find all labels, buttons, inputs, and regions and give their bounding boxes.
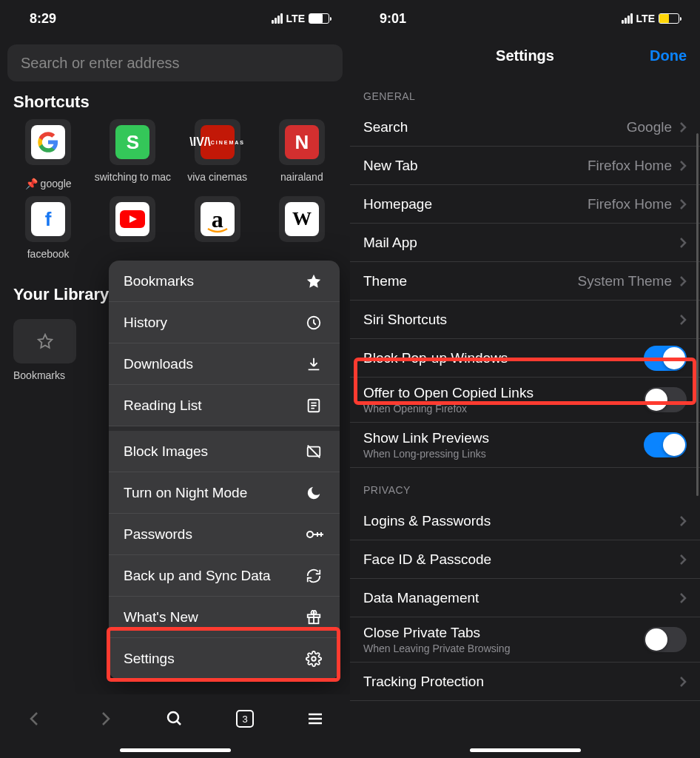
address-placeholder: Search or enter address — [21, 55, 180, 72]
battery-icon — [659, 13, 679, 24]
reading-icon — [306, 398, 325, 414]
setting-homepage[interactable]: Homepage Firefox Home — [350, 185, 700, 224]
toggle-block-popups[interactable] — [644, 346, 687, 371]
svg-point-7 — [312, 657, 316, 661]
setting-mail-app[interactable]: Mail App — [350, 224, 700, 262]
setting-siri[interactable]: Siri Shortcuts — [350, 301, 700, 339]
address-bar[interactable]: Search or enter address — [7, 44, 343, 81]
menu-reading-list[interactable]: Reading List — [109, 385, 340, 426]
library-bookmarks-tile[interactable] — [13, 319, 76, 363]
menu-button[interactable] — [299, 702, 332, 735]
chevron-right-icon — [679, 275, 687, 287]
shortcut-label: switching to mac — [95, 171, 171, 196]
tabs-button[interactable]: 3 — [229, 702, 261, 735]
menu-night-mode[interactable]: Turn on Night Mode — [109, 472, 340, 514]
chevron-right-icon — [679, 515, 687, 527]
svg-point-4 — [307, 531, 313, 537]
no-image-icon — [306, 443, 325, 460]
shortcuts-grid: 📌google S switching to mac \IV/\CINEMAS … — [0, 119, 350, 273]
search-button[interactable] — [158, 702, 191, 735]
gear-icon — [306, 651, 325, 667]
menu-history[interactable]: History — [109, 302, 340, 343]
network-label: LTE — [286, 13, 305, 24]
signal-icon — [272, 13, 283, 24]
shortcut-viva[interactable]: \IV/\CINEMAS viva cinemas — [178, 119, 257, 196]
signal-icon — [622, 13, 633, 24]
forward-button[interactable] — [89, 702, 121, 735]
moon-icon — [306, 485, 325, 501]
toggle-copied-links[interactable] — [644, 387, 687, 412]
battery-icon — [309, 13, 329, 24]
setting-tracking[interactable]: Tracking Protection — [350, 663, 700, 701]
pin-icon: 📌 — [25, 178, 38, 190]
star-icon — [306, 273, 325, 289]
status-bar: 8:29 LTE — [0, 0, 350, 37]
setting-search[interactable]: Search Google — [350, 108, 700, 147]
menu-block-images[interactable]: Block Images — [109, 431, 340, 472]
menu-passwords[interactable]: Passwords — [109, 514, 340, 555]
setting-theme[interactable]: Theme System Theme — [350, 262, 700, 301]
phone-left: 8:29 LTE Search or enter address Shortcu… — [0, 0, 350, 758]
phone-right: 9:01 LTE Settings Done GENERAL Search Go… — [350, 0, 700, 758]
menu-settings[interactable]: Settings — [109, 638, 340, 680]
setting-link-previews[interactable]: Show Link PreviewsWhen Long-pressing Lin… — [350, 423, 700, 468]
privacy-caption: PRIVACY — [350, 468, 700, 502]
chevron-right-icon — [679, 160, 687, 172]
toggle-link-previews[interactable] — [644, 432, 687, 457]
shortcut-label: 📌google — [25, 171, 72, 196]
home-indicator — [120, 748, 231, 752]
settings-nav: Settings Done — [350, 37, 700, 74]
sync-icon — [306, 568, 325, 584]
shortcut-switching[interactable]: S switching to mac — [93, 119, 172, 196]
shortcut-facebook[interactable]: f facebook — [9, 196, 87, 273]
status-indicators: LTE — [272, 13, 329, 24]
menu-downloads[interactable]: Downloads — [109, 343, 340, 385]
svg-point-8 — [168, 712, 178, 722]
shortcut-label: nairaland — [280, 171, 323, 196]
status-bar: 9:01 LTE — [350, 0, 700, 37]
status-time: 9:01 — [380, 11, 406, 27]
done-button[interactable]: Done — [650, 47, 687, 64]
setting-block-popups[interactable]: Block Pop-up Windows — [350, 339, 700, 378]
setting-data-mgmt[interactable]: Data Management — [350, 579, 700, 617]
shortcut-label: viva cinemas — [187, 171, 247, 196]
setting-faceid[interactable]: Face ID & Passcode — [350, 540, 700, 579]
gift-icon — [306, 609, 325, 625]
chevron-right-icon — [679, 121, 687, 133]
setting-close-private[interactable]: Close Private TabsWhen Leaving Private B… — [350, 617, 700, 663]
clock-icon — [306, 315, 325, 331]
network-label: LTE — [636, 13, 655, 24]
setting-new-tab[interactable]: New Tab Firefox Home — [350, 147, 700, 185]
menu-bookmarks[interactable]: Bookmarks — [109, 261, 340, 302]
setting-copied-links[interactable]: Offer to Open Copied LinksWhen Opening F… — [350, 378, 700, 423]
chevron-right-icon — [679, 198, 687, 210]
overflow-menu: Bookmarks History Downloads Reading List… — [109, 261, 340, 680]
download-icon — [306, 356, 325, 372]
key-icon — [306, 526, 325, 543]
chevron-right-icon — [679, 554, 687, 566]
menu-sync[interactable]: Back up and Sync Data — [109, 555, 340, 597]
shortcut-nairaland[interactable]: N nairaland — [263, 119, 341, 196]
chevron-right-icon — [679, 237, 687, 249]
status-time: 8:29 — [30, 11, 56, 27]
shortcuts-title: Shortcuts — [0, 93, 350, 119]
toggle-close-private[interactable] — [644, 627, 687, 652]
general-list: Search Google New Tab Firefox Home Homep… — [350, 108, 700, 468]
general-caption: GENERAL — [350, 74, 700, 108]
shortcut-google[interactable]: 📌google — [9, 119, 87, 196]
chevron-right-icon — [679, 314, 687, 326]
home-indicator — [470, 748, 581, 752]
back-button[interactable] — [18, 702, 51, 735]
status-indicators: LTE — [622, 13, 679, 24]
menu-whats-new[interactable]: What's New — [109, 597, 340, 638]
privacy-list: Logins & Passwords Face ID & Passcode Da… — [350, 502, 700, 701]
shortcut-label: facebook — [27, 248, 70, 273]
scroll-indicator — [696, 133, 699, 496]
chevron-right-icon — [679, 592, 687, 604]
setting-logins[interactable]: Logins & Passwords — [350, 502, 700, 540]
settings-title: Settings — [496, 47, 554, 64]
chevron-right-icon — [679, 676, 687, 688]
